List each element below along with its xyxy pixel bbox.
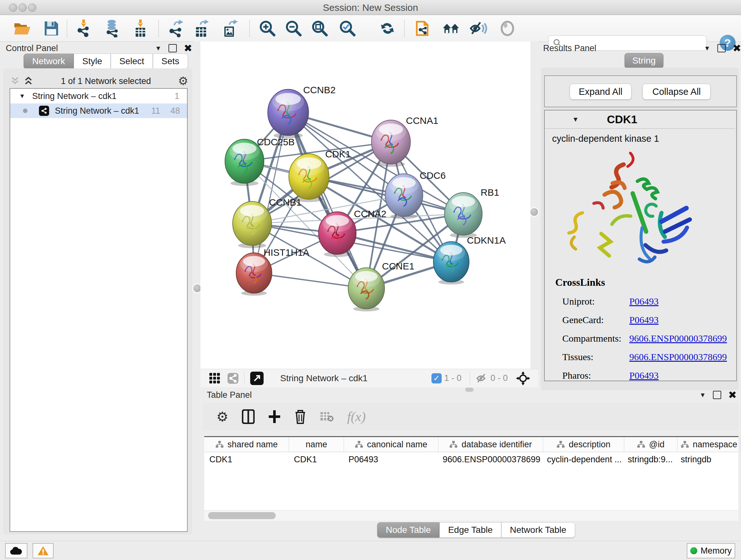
zoom-out-icon[interactable] <box>285 19 302 37</box>
panel-close-icon[interactable]: ✖ <box>184 45 192 52</box>
right-splitter-handle[interactable] <box>530 208 538 216</box>
column-header--id[interactable]: @id <box>624 437 677 452</box>
crosslink-value-link[interactable]: P06493 <box>629 314 659 325</box>
crosslinks-title: CrossLinks <box>555 276 728 288</box>
tab-node-table[interactable]: Node Table <box>377 522 440 538</box>
open-session-icon[interactable] <box>13 19 31 37</box>
network-node-CDC6[interactable] <box>385 174 423 219</box>
network-group-row[interactable]: ▼ String Network – cdk1 1 <box>10 89 187 104</box>
crosslink-value-link[interactable]: P06493 <box>629 370 659 381</box>
table-horizontal-scrollbar[interactable] <box>204 510 738 521</box>
show-columns-icon[interactable] <box>242 409 255 424</box>
delete-column-icon[interactable] <box>294 409 307 424</box>
document-share-icon[interactable] <box>414 19 432 37</box>
network-edge-count: 48 <box>171 106 180 116</box>
table-settings-gear-icon[interactable]: ⚙ <box>216 409 228 425</box>
network-node-HIST1H1A[interactable] <box>236 253 272 296</box>
tab-sets[interactable]: Sets <box>153 54 188 69</box>
left-splitter[interactable] <box>194 42 200 369</box>
save-session-icon[interactable] <box>43 19 60 37</box>
network-node-CDKN1A[interactable] <box>433 242 469 285</box>
network-node-CCNB2[interactable] <box>268 89 309 138</box>
column-header-name[interactable]: name <box>289 437 344 452</box>
zoom-in-icon[interactable] <box>259 19 276 37</box>
tree-expand-icon[interactable]: ▼ <box>19 92 25 100</box>
tab-select[interactable]: Select <box>111 54 153 69</box>
expand-all-icon[interactable] <box>23 76 34 86</box>
tab-network-table[interactable]: Network Table <box>501 522 575 538</box>
network-node-CCNB1[interactable] <box>232 201 272 248</box>
create-column-icon[interactable] <box>268 410 281 424</box>
warnings-button[interactable] <box>32 543 54 558</box>
crosslink-value-link[interactable]: 9606.ENSP00000378699 <box>629 352 727 362</box>
crosslink-value-link[interactable]: 9606.ENSP00000378699 <box>629 333 727 344</box>
table-panel-buttons: ▼ ✖ <box>699 391 737 399</box>
home-networks-icon[interactable] <box>442 19 460 37</box>
tab-network[interactable]: Network <box>23 54 74 69</box>
expand-all-button[interactable]: Expand All <box>569 84 631 100</box>
collapse-all-icon[interactable] <box>10 76 20 86</box>
zoom-fit-icon[interactable] <box>311 19 329 37</box>
memory-button[interactable]: Memory <box>687 543 735 558</box>
right-splitter[interactable] <box>530 42 538 369</box>
column-header-canonical-name[interactable]: canonical name <box>344 437 439 452</box>
horizontal-splitter-handle[interactable] <box>465 388 474 392</box>
panel-menu-icon[interactable]: ▼ <box>699 391 706 399</box>
node-table[interactable]: shared namenamecanonical namedatabase id… <box>204 436 738 516</box>
scrollbar-thumb[interactable] <box>208 512 276 519</box>
crosslink-value-link[interactable]: P06493 <box>629 296 659 307</box>
zoom-selected-icon[interactable] <box>339 19 356 37</box>
fit-selected-crosshair-icon[interactable] <box>516 371 530 385</box>
share-view-icon[interactable] <box>227 373 239 384</box>
results-node-header[interactable]: ▼ CDK1 <box>545 111 735 129</box>
network-group-count: 1 <box>175 91 179 101</box>
hide-graphics-details-icon[interactable] <box>469 19 487 37</box>
toolbar-divider <box>67 20 67 37</box>
panel-menu-icon[interactable]: ▼ <box>704 45 711 52</box>
panel-close-icon[interactable]: ✖ <box>733 45 741 52</box>
node-label-RB1: RB1 <box>481 187 499 198</box>
network-node-CCNA1[interactable] <box>372 120 410 167</box>
node-label-CCNA1: CCNA1 <box>406 115 439 126</box>
panel-menu-icon[interactable]: ▼ <box>155 45 161 52</box>
birds-eye-view-icon[interactable] <box>250 372 264 385</box>
title-bar: Session: New Session <box>0 0 741 15</box>
export-table-icon[interactable] <box>193 19 211 37</box>
refresh-icon[interactable] <box>379 19 396 37</box>
tab-string[interactable]: String <box>624 53 664 68</box>
network-node-CCNA2[interactable] <box>319 212 356 257</box>
network-node-CCNE1[interactable] <box>348 268 385 312</box>
section-collapse-icon[interactable]: ▼ <box>572 116 579 123</box>
cloud-button[interactable] <box>5 543 27 558</box>
panel-float-icon[interactable] <box>169 44 177 52</box>
network-row-selected[interactable]: String Network – cdk1 11 48 <box>10 104 187 118</box>
network-options-gear-icon[interactable]: ⚙ <box>178 74 188 88</box>
import-network-file-icon[interactable] <box>75 19 92 37</box>
column-header-shared-name[interactable]: shared name <box>204 437 289 452</box>
protein-structure-image <box>560 144 697 274</box>
network-node-CDK1[interactable] <box>289 154 329 202</box>
grid-view-icon[interactable] <box>209 373 220 383</box>
left-splitter-handle[interactable] <box>193 285 201 292</box>
selected-checkbox-icon[interactable]: ✓ <box>431 373 442 383</box>
import-table-file-icon[interactable] <box>131 19 149 37</box>
tab-style[interactable]: Style <box>74 54 111 69</box>
table-row[interactable]: CDK1CDK1P064939606.ENSP00000378699cyclin… <box>204 452 738 467</box>
table-panel-title: Table Panel <box>207 390 252 400</box>
column-header-database-identifier[interactable]: database identifier <box>439 437 543 452</box>
export-image-icon[interactable] <box>221 19 239 37</box>
column-header-namespace[interactable]: namespace <box>677 437 741 452</box>
network-view-toolbar: String Network – cdk1 ✓ 1 - 0 0 - 0 <box>200 369 538 387</box>
import-network-database-icon[interactable] <box>104 19 121 37</box>
network-canvas[interactable]: CCNB2CCNA1CDC25BCDK1CDC6RB1CCNB1CCNA2CDK… <box>200 42 530 369</box>
main-toolbar: ? <box>0 15 741 42</box>
hidden-eye-icon[interactable] <box>476 373 488 383</box>
export-network-icon[interactable] <box>167 19 185 37</box>
panel-close-icon[interactable]: ✖ <box>728 391 737 398</box>
network-node-RB1[interactable] <box>445 192 482 238</box>
panel-float-icon[interactable] <box>713 391 721 399</box>
collapse-all-button[interactable]: Collapse All <box>643 84 711 100</box>
column-header-description[interactable]: description <box>543 437 624 452</box>
panel-float-icon[interactable] <box>718 44 726 52</box>
tab-edge-table[interactable]: Edge Table <box>440 522 501 538</box>
